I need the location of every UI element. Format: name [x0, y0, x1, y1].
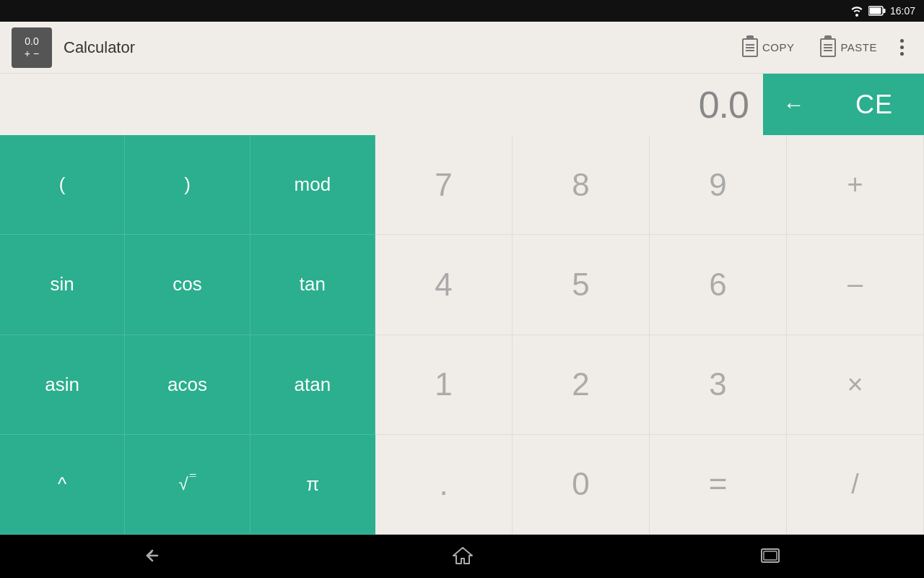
- status-time: 16:07: [890, 5, 915, 17]
- backspace-icon: ←: [783, 92, 805, 117]
- scientific-panel: ( ) mod sin cos tan asin acos atan ^ √‾‾…: [0, 135, 375, 535]
- sqrt-button[interactable]: √‾‾: [125, 435, 250, 535]
- paste-button[interactable]: PASTE: [808, 33, 889, 63]
- pi-button[interactable]: π: [250, 435, 375, 535]
- svg-rect-1: [883, 9, 885, 13]
- one-button[interactable]: 1: [375, 335, 513, 435]
- five-button[interactable]: 5: [513, 235, 650, 335]
- nine-button[interactable]: 9: [650, 135, 787, 235]
- topbar-actions: COPY PASTE: [731, 33, 912, 63]
- app-icon-ops: + −: [25, 48, 39, 59]
- six-button[interactable]: 6: [650, 235, 787, 335]
- battery-icon: [868, 6, 886, 16]
- back-button[interactable]: [121, 540, 188, 574]
- atan-button[interactable]: atan: [250, 335, 375, 435]
- back-icon: [143, 547, 166, 564]
- status-bar: 16:07: [0, 0, 924, 22]
- copy-icon: [742, 38, 758, 57]
- home-button[interactable]: [430, 538, 495, 575]
- topbar: 0.0 + − Calculator COPY: [0, 22, 924, 74]
- copy-label: COPY: [762, 41, 795, 53]
- display-row: 0.0 ← CE: [0, 74, 924, 135]
- seven-button[interactable]: 7: [375, 135, 513, 235]
- copy-button[interactable]: COPY: [731, 33, 806, 63]
- backspace-button[interactable]: ←: [763, 74, 824, 135]
- tan-button[interactable]: tan: [250, 235, 375, 335]
- zero-button[interactable]: 0: [513, 435, 650, 535]
- paste-icon: [820, 38, 836, 57]
- paste-label: PASTE: [840, 41, 877, 53]
- display-value: 0.0: [0, 74, 763, 135]
- asin-button[interactable]: asin: [0, 335, 125, 435]
- ce-button[interactable]: CE: [824, 74, 924, 135]
- close-paren-button[interactable]: ): [125, 135, 250, 235]
- main-content: ( ) mod sin cos tan asin acos atan ^ √‾‾…: [0, 135, 924, 535]
- home-icon: [452, 545, 474, 566]
- app-title: Calculator: [64, 38, 731, 57]
- dot-button[interactable]: .: [375, 435, 513, 535]
- minus-button[interactable]: –: [787, 235, 924, 335]
- navbar: [0, 535, 924, 578]
- svg-rect-2: [869, 8, 881, 14]
- wifi-icon: [850, 5, 864, 17]
- numeric-panel: 7 8 9 + 4 5 6 – 1 2 3 × . 0 = /: [375, 135, 924, 535]
- sin-button[interactable]: sin: [0, 235, 125, 335]
- acos-button[interactable]: acos: [125, 335, 250, 435]
- cos-button[interactable]: cos: [125, 235, 250, 335]
- more-menu-button[interactable]: [892, 33, 912, 61]
- recents-button[interactable]: [738, 540, 803, 574]
- power-button[interactable]: ^: [0, 435, 125, 535]
- status-icons: 16:07: [850, 5, 915, 17]
- open-paren-button[interactable]: (: [0, 135, 125, 235]
- app: 0.0 + − Calculator COPY: [0, 22, 924, 578]
- divide-button[interactable]: /: [787, 435, 924, 535]
- svg-rect-4: [764, 551, 777, 560]
- eight-button[interactable]: 8: [513, 135, 650, 235]
- four-button[interactable]: 4: [375, 235, 513, 335]
- two-button[interactable]: 2: [513, 335, 650, 435]
- multiply-button[interactable]: ×: [787, 335, 924, 435]
- app-icon-number: 0.0: [25, 36, 38, 46]
- app-icon: 0.0 + −: [12, 27, 52, 68]
- three-button[interactable]: 3: [650, 335, 787, 435]
- mod-button[interactable]: mod: [250, 135, 375, 235]
- plus-button[interactable]: +: [787, 135, 924, 235]
- recents-icon: [759, 547, 781, 564]
- equals-button[interactable]: =: [650, 435, 787, 535]
